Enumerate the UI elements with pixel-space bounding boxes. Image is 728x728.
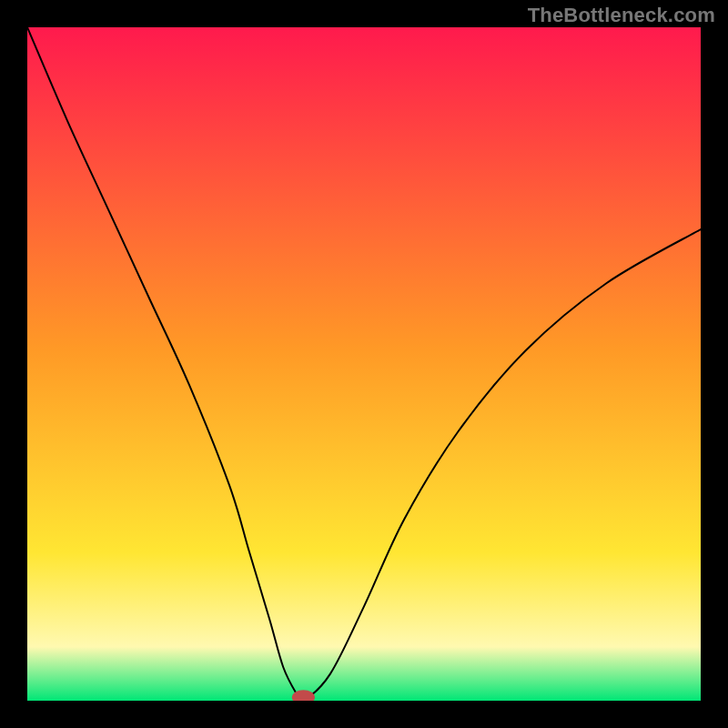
- chart-frame: TheBottleneck.com: [0, 0, 728, 728]
- gradient-background: [27, 27, 701, 701]
- plot-svg: [27, 27, 701, 701]
- watermark-text: TheBottleneck.com: [528, 4, 715, 27]
- plot-area: [27, 27, 701, 701]
